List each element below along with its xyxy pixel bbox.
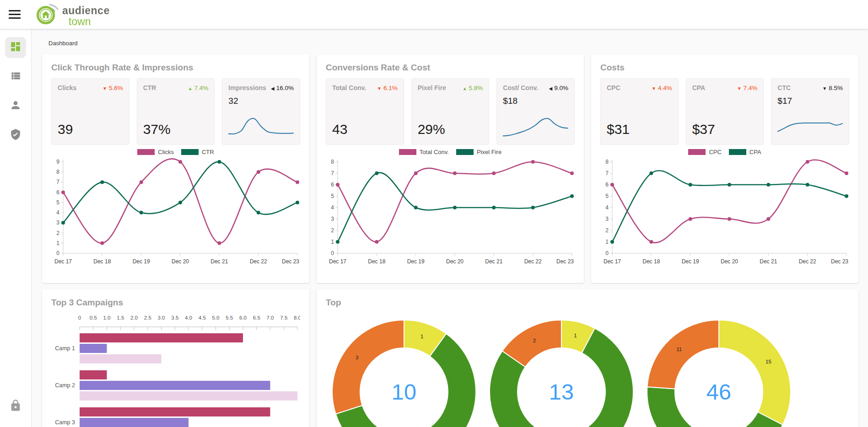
svg-text:5: 5 — [56, 199, 59, 206]
svg-text:Dec 21: Dec 21 — [760, 258, 777, 265]
line-chart: 012345678Dec 17Dec 18Dec 19Dec 20Dec 21D… — [600, 157, 849, 271]
svg-text:7: 7 — [331, 170, 334, 176]
kpi-label: Impressions — [228, 84, 266, 91]
trend-arrow-icon: ▼ — [652, 86, 656, 91]
svg-text:4: 4 — [56, 209, 59, 216]
user-icon — [10, 99, 22, 113]
kpi-delta: ▼4.4% — [652, 85, 672, 91]
svg-text:2.5: 2.5 — [144, 315, 151, 320]
svg-text:2: 2 — [331, 227, 334, 234]
sidebar-item-security[interactable] — [5, 125, 26, 146]
kpi-value: 37% — [143, 122, 209, 139]
shield-check-icon — [10, 128, 22, 142]
sidebar-item-users[interactable] — [5, 96, 26, 117]
svg-text:4.0: 4.0 — [185, 315, 192, 320]
svg-text:3.0: 3.0 — [158, 315, 165, 320]
sidebar-item-lock[interactable] — [5, 396, 26, 417]
chart-legend: ClicksCTR — [51, 149, 300, 155]
kpi-delta-value: 7.4% — [194, 85, 209, 91]
line-chart: 012345678Dec 17Dec 18Dec 19Dec 20Dec 21D… — [326, 157, 575, 271]
svg-text:Dec 17: Dec 17 — [54, 258, 72, 265]
kpi-value: $17 — [777, 96, 843, 106]
donut-chart: 1213 — [486, 313, 637, 427]
svg-text:1: 1 — [331, 239, 334, 245]
kpi-delta: ◀9.0% — [549, 85, 568, 91]
kpi-value: $37 — [692, 122, 758, 139]
campaigns-card: Top 3 Campaigns 00.51.01.52.02.53.03.54.… — [42, 289, 309, 427]
kpi-label: Clicks — [58, 84, 76, 91]
svg-text:Dec 23: Dec 23 — [282, 258, 299, 265]
sidebar-nav — [0, 29, 32, 427]
main-content: Dashboard Click Through Rate & Impressio… — [32, 0, 868, 427]
donut-charts: 13101213151146 — [329, 313, 849, 427]
card-title: Costs — [600, 63, 849, 73]
svg-text:3: 3 — [356, 355, 358, 360]
kpi-delta: ◀16.0% — [271, 85, 294, 91]
kpi-delta: ▲5.8% — [463, 85, 483, 91]
svg-text:8: 8 — [605, 159, 609, 165]
kpi-delta-value: 9.0% — [554, 85, 568, 91]
svg-text:4: 4 — [605, 204, 609, 211]
svg-text:6: 6 — [56, 189, 59, 196]
kpi-delta-value: 6.1% — [383, 85, 398, 91]
svg-text:6.5: 6.5 — [253, 315, 260, 320]
svg-text:Dec 21: Dec 21 — [210, 258, 228, 265]
svg-text:8.0: 8.0 — [294, 315, 300, 320]
logo-house-icon — [35, 2, 60, 27]
svg-text:7: 7 — [56, 179, 59, 185]
logo-text-audience: audience — [62, 5, 110, 16]
chart-legend: Total Conv.Pixel Fire — [326, 149, 575, 155]
svg-text:7: 7 — [605, 170, 609, 176]
menu-icon[interactable] — [5, 5, 24, 24]
trend-arrow-icon: ▼ — [737, 86, 742, 91]
svg-text:1.5: 1.5 — [117, 315, 124, 320]
kpi-delta-value: 16.0% — [276, 85, 294, 91]
svg-text:Dec 19: Dec 19 — [407, 258, 425, 265]
svg-text:Dec 21: Dec 21 — [485, 258, 502, 265]
card-title: Top — [326, 298, 849, 308]
kpi-label: CPC — [607, 84, 620, 91]
legend-item: Total Conv. — [399, 149, 449, 155]
kpi-tile: Cost/ Conv.◀9.0%$18 — [496, 78, 575, 145]
donut-chart: 151146 — [643, 313, 794, 427]
svg-text:Dec 22: Dec 22 — [250, 258, 267, 265]
svg-text:1: 1 — [605, 239, 609, 245]
app-logo[interactable]: audience town — [35, 2, 110, 27]
svg-text:1: 1 — [421, 334, 423, 339]
card-title: Click Through Rate & Impressions — [51, 63, 300, 73]
svg-text:Camp 3: Camp 3 — [55, 419, 75, 426]
kpi-delta-value: 4.4% — [658, 85, 672, 91]
svg-text:6.0: 6.0 — [239, 315, 247, 320]
trend-arrow-icon: ▼ — [377, 86, 382, 91]
kpi-value: 32 — [228, 96, 294, 106]
svg-text:8: 8 — [331, 159, 334, 165]
legend-swatch — [181, 149, 199, 155]
svg-text:Dec 23: Dec 23 — [831, 258, 848, 265]
kpi-delta: ▼7.4% — [737, 85, 758, 91]
sidebar-item-dashboard[interactable] — [5, 37, 26, 58]
svg-text:Dec 20: Dec 20 — [446, 258, 464, 265]
legend-label: CTR — [202, 149, 214, 155]
svg-text:Dec 18: Dec 18 — [93, 258, 111, 265]
kpi-delta-value: 8.5% — [829, 85, 843, 91]
kpi-value: 29% — [418, 122, 483, 139]
svg-text:5: 5 — [331, 193, 334, 199]
kpi-value: 39 — [58, 122, 123, 139]
svg-text:1: 1 — [574, 333, 577, 338]
list-icon — [10, 70, 22, 84]
card-title: Conversions Rate & Cost — [326, 63, 575, 73]
legend-swatch — [137, 149, 155, 155]
trend-arrow-icon: ▲ — [188, 86, 193, 91]
svg-text:4.5: 4.5 — [199, 315, 206, 320]
svg-text:Dec 18: Dec 18 — [368, 258, 385, 265]
legend-item: CPA — [729, 149, 761, 155]
bar-chart: 00.51.01.52.02.53.03.54.04.55.05.56.06.5… — [51, 313, 300, 427]
sparkline-chart — [777, 115, 843, 139]
svg-text:6: 6 — [331, 181, 334, 188]
svg-text:5.5: 5.5 — [226, 315, 233, 320]
svg-text:8: 8 — [56, 169, 59, 175]
sidebar-item-list[interactable] — [5, 66, 26, 87]
kpi-tile: Impressions◀16.0%32 — [222, 78, 300, 145]
svg-text:3: 3 — [331, 216, 334, 222]
svg-text:0.5: 0.5 — [90, 315, 97, 320]
